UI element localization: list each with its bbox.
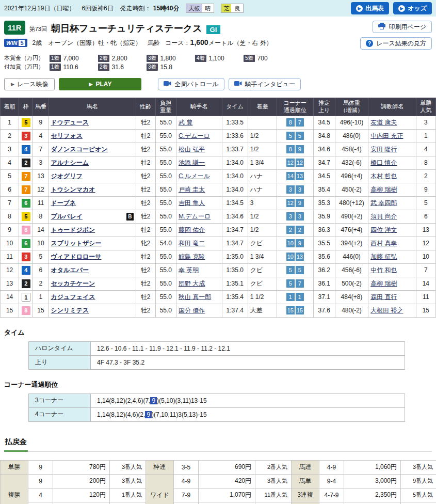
jockey-link[interactable]: 吉田 隼人	[179, 199, 205, 207]
jockey-link[interactable]: 幸 英明	[179, 266, 199, 274]
horse-name-link[interactable]: ジオグリフ	[51, 172, 83, 180]
estimated-last3f: 34.7	[313, 156, 335, 169]
wide-amount-2: 1,070円	[199, 488, 255, 502]
horse-name-cell: プルパレイB	[49, 210, 136, 223]
result-row: 1322セッカチケーン牡255.0団野 大成1:35.1クビ5736.1500(…	[1, 277, 436, 290]
play-button[interactable]: ▶PLAY	[59, 78, 141, 90]
horse-name-link[interactable]: セッカチケーン	[51, 280, 95, 287]
payout-table: 単勝 9 780円 3番人気 枠連 3-5 690円 2番人気 馬連 4-9 1…	[0, 460, 436, 504]
trainer-link[interactable]: 高柳 瑞樹	[370, 280, 397, 287]
trio-type-label: 3連複	[292, 488, 319, 502]
jockey-link[interactable]: 武 豊	[179, 119, 192, 126]
corner-position-badge: 5	[296, 266, 304, 274]
horse-name-link[interactable]: ヴィアドロローサ	[51, 253, 102, 260]
body-weight: 480(-2)	[335, 304, 368, 317]
carried-weight: 55.0	[155, 183, 176, 196]
race-conditions: 2歳 オープン（国際）牡・牝（指定） 馬齢	[33, 39, 160, 48]
results-header-cell: コーナー 通過順位	[277, 98, 313, 116]
bracket-favorite: 2番人気	[255, 460, 292, 474]
trainer-link[interactable]: 須貝 尚介	[370, 213, 397, 220]
horse-name-link[interactable]: オタルエバー	[51, 266, 89, 274]
jockey-link[interactable]: C.デムーロ	[179, 132, 210, 139]
horse-number: 2	[33, 277, 49, 290]
horse-name-link[interactable]: ダノンスコーピオン	[51, 146, 108, 153]
trainer-link[interactable]: 大根田 裕之	[370, 307, 403, 314]
rank-badge: 3着	[147, 64, 158, 71]
jockey-link[interactable]: 秋山 真一郎	[179, 293, 211, 301]
trainer-link[interactable]: 西村 真幸	[370, 240, 397, 247]
trainer-link[interactable]: 加藤 征弘	[370, 253, 397, 260]
sex-age: 牡2	[136, 129, 155, 143]
horse-name-link[interactable]: カジュフェイス	[51, 293, 95, 301]
corner-position-badge: 13	[296, 253, 304, 261]
horse-name-link[interactable]: ドウデュース	[51, 119, 89, 126]
jockey-link[interactable]: 和田 竜二	[179, 240, 205, 247]
jockey-link[interactable]: 鮫島 克駿	[179, 253, 205, 260]
jockey-link[interactable]: 松山 弘平	[179, 146, 205, 153]
jockey-link[interactable]: 団野 大成	[179, 280, 205, 287]
corner4-value: 1,14(8,12)(4,6)(2,9)(7,10,11)3(5,13)-15	[91, 407, 405, 421]
corner-table: 3コーナー 1,14(8,12)(2,4,6)(7,9)(5,10)(3,11)…	[28, 393, 405, 422]
rank-badge: 4着	[195, 55, 206, 62]
margin	[248, 116, 277, 129]
trainer-link[interactable]: 中内田 充正	[370, 132, 403, 139]
jockey-interview-button[interactable]: 騎手インタビュー	[229, 78, 301, 90]
results-table: 着順枠馬番馬名性齢負担 重量騎手名タイム着差コーナー 通過順位推定 上り馬体重 …	[0, 98, 436, 318]
corner-positions: 33	[277, 183, 313, 196]
jockey-link[interactable]: M.デムーロ	[179, 213, 211, 220]
sex-age: 牡2	[136, 304, 155, 317]
trainer-link[interactable]: 森田 直行	[370, 293, 397, 301]
race-video-button[interactable]: ▶レース映像	[4, 78, 55, 90]
horse-name-link[interactable]: アルナシーム	[51, 159, 89, 166]
prize-amount: 1,100	[209, 55, 224, 62]
shutsubahyo-button[interactable]: ▶出馬表	[351, 2, 389, 14]
horse-name-link[interactable]: スプリットザシー	[51, 240, 102, 247]
horse-name-link[interactable]: シンリミテス	[51, 307, 89, 314]
horse-name-link[interactable]: ドーブネ	[51, 199, 76, 207]
agari-label: 上り	[29, 355, 91, 369]
trainer-link[interactable]: 高柳 瑞樹	[370, 186, 397, 193]
results-header-row: 着順枠馬番馬名性齢負担 重量騎手名タイム着差コーナー 通過順位推定 上り馬体重 …	[1, 98, 436, 116]
prize-pair: 4着1,100	[195, 55, 244, 62]
corner-position-badge: 8	[286, 145, 295, 153]
trainer-link[interactable]: 武 幸四郎	[370, 199, 397, 207]
corner-section: コーナー通過順位 3コーナー 1,14(8,12)(2,4,6)(7,9)(5,…	[0, 380, 436, 422]
trainer-link[interactable]: 木村 哲也	[370, 172, 397, 180]
payout-row-2: 複勝 9 200円 3番人気 ワイド 4-9 420円 3番人気 馬単 9-4 …	[1, 474, 436, 488]
patrol-video-button[interactable]: 全周パトロール	[158, 78, 224, 90]
trainer-link[interactable]: 友道 康夫	[370, 119, 397, 126]
win-favorite: 3番人気	[110, 460, 146, 474]
horse-name-link[interactable]: トウシンマカオ	[51, 186, 95, 193]
horse-name-cell: シンリミテス	[49, 304, 136, 317]
trainer-link[interactable]: 橋口 慎介	[370, 159, 397, 166]
prize-amount: 1,800	[160, 55, 176, 62]
trainer-link[interactable]: 四位 洋文	[370, 226, 397, 233]
trainer-link[interactable]: 中竹 和也	[370, 266, 397, 274]
result-row: 15815シンリミテス牡255.0国分 優作1:37.4大差151537.648…	[1, 304, 436, 317]
trifecta-type-label: 3連単	[292, 502, 319, 504]
body-weight: 446(0)	[335, 250, 368, 263]
win5-logo-win: WIN	[6, 40, 17, 46]
result-guide-button[interactable]: ? レース結果の見方	[360, 37, 432, 50]
finish-position: 3	[1, 143, 19, 156]
finish-time: 1:35.0	[222, 263, 248, 277]
jockey-link[interactable]: 藤岡 佑介	[179, 226, 205, 233]
frame-badge: 4	[22, 266, 30, 275]
horse-name-link[interactable]: トゥードジボン	[51, 226, 95, 233]
result-row: 858プルパレイB牡255.0M.デムーロ1:34.61/23335.9490(…	[1, 210, 436, 223]
horse-name-link[interactable]: セリフォス	[51, 132, 83, 139]
corner-positions: 1212	[277, 156, 313, 169]
print-page-button[interactable]: 印刷用ページ	[373, 21, 432, 33]
jockey-link[interactable]: 戸崎 圭太	[179, 186, 205, 193]
jockey-cell: 藤岡 佑介	[176, 223, 222, 237]
jockey-link[interactable]: 池添 謙一	[179, 159, 205, 166]
trainer-link[interactable]: 安田 隆行	[370, 146, 397, 153]
horse-name-link[interactable]: プルパレイ	[51, 213, 83, 220]
jockey-link[interactable]: C.ルメール	[179, 172, 210, 180]
odds-button[interactable]: ▶オッズ	[393, 2, 432, 14]
jockey-link[interactable]: 国分 優作	[179, 307, 205, 314]
sex-age: 牡2	[136, 183, 155, 196]
corner-section-title: コーナー通過順位	[4, 380, 432, 389]
finish-position: 4	[1, 156, 19, 169]
wide-amount-3: 410円	[199, 502, 255, 504]
